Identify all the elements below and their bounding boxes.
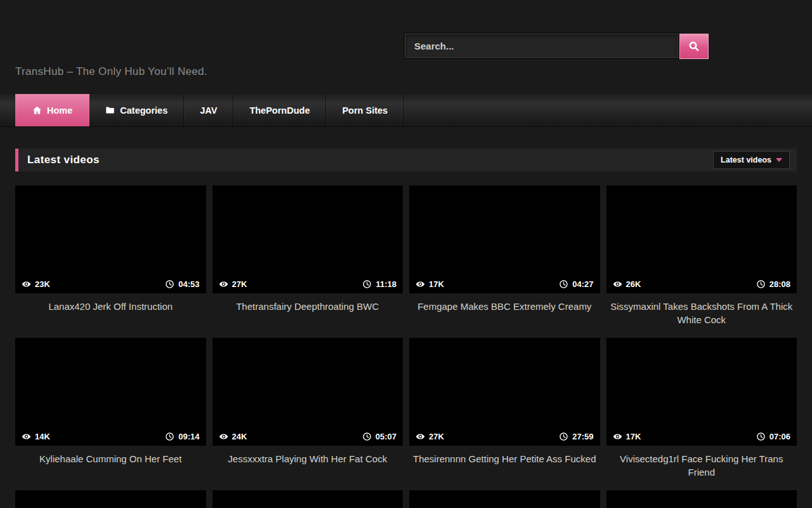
video-thumbnail: 27K 11:18 [213, 185, 403, 293]
duration-stat: 04:27 [559, 279, 593, 289]
video-title: Lanax420 Jerk Off Instruction [15, 293, 206, 313]
video-card[interactable] [409, 490, 600, 508]
duration-value: 04:27 [572, 279, 593, 289]
sort-dropdown-label: Latest videos [721, 156, 771, 164]
eye-icon [613, 432, 622, 441]
duration-value: 09:14 [178, 432, 199, 441]
video-card[interactable]: 27K 11:18 Thetransfairy Deepthroating BW… [213, 185, 403, 331]
views-stat: 23K [22, 279, 50, 289]
views-count: 17K [626, 432, 641, 441]
clock-icon [559, 432, 568, 441]
video-card[interactable] [606, 490, 797, 508]
video-title: Kyliehaale Cumming On Her Feet [15, 446, 206, 465]
duration-value: 27:59 [572, 432, 593, 441]
video-stats-bar: 24K 05:07 [213, 427, 403, 446]
main-navigation: Home Categories JAV ThePornDude Porn Sit… [0, 94, 812, 127]
video-thumbnail [15, 490, 206, 508]
duration-stat: 05:07 [362, 432, 396, 441]
clock-icon [165, 279, 174, 289]
video-card[interactable] [15, 490, 206, 508]
duration-stat: 04:53 [165, 279, 199, 289]
duration-value: 04:53 [178, 279, 199, 289]
video-title: Vivisectedg1rl Face Fucking Her Trans Fr… [606, 446, 797, 479]
duration-stat: 28:08 [756, 279, 790, 289]
folder-icon [105, 105, 115, 115]
video-thumbnail: 27K 27:59 [409, 338, 600, 446]
clock-icon [559, 279, 568, 289]
search-input[interactable] [405, 34, 678, 58]
nav-tab-categories[interactable]: Categories [89, 94, 184, 126]
nav-tab-home[interactable]: Home [15, 94, 89, 126]
latest-videos-section-header: Latest videos Latest videos [15, 149, 797, 171]
video-stats-bar: 17K 07:06 [606, 427, 797, 446]
views-count: 27K [232, 279, 247, 289]
video-thumbnail: 17K 07:06 [606, 338, 797, 446]
video-thumbnail [409, 490, 600, 508]
duration-value: 07:06 [769, 432, 790, 441]
video-title: Thetransfairy Deepthroating BWC [213, 293, 403, 313]
home-icon [32, 105, 42, 115]
views-stat: 14K [22, 432, 50, 441]
duration-stat: 11:18 [362, 279, 396, 289]
video-thumbnail: 24K 05:07 [213, 338, 403, 446]
nav-tab-label: Home [47, 105, 72, 116]
section-title: Latest videos [27, 154, 100, 166]
video-thumbnail: 17K 04:27 [409, 185, 600, 293]
search-box [405, 34, 709, 59]
video-card[interactable]: 24K 05:07 Jessxxxtra Playing With Her Fa… [213, 338, 403, 484]
video-title: Thesirennnn Getting Her Petite Ass Fucke… [409, 446, 600, 465]
eye-icon [22, 279, 31, 289]
search-button[interactable] [679, 34, 709, 59]
eye-icon [219, 279, 228, 289]
views-count: 14K [35, 432, 50, 441]
video-card[interactable] [213, 490, 403, 508]
duration-value: 05:07 [376, 432, 396, 441]
video-stats-bar: 23K 04:53 [15, 274, 206, 293]
video-card[interactable]: 23K 04:53 Lanax420 Jerk Off Instruction [15, 185, 206, 331]
nav-tab-label: Categories [120, 105, 167, 116]
eye-icon [613, 279, 622, 289]
magnifier-icon [688, 41, 700, 52]
video-card[interactable]: 14K 09:14 Kyliehaale Cumming On Her Feet [15, 338, 206, 484]
sort-dropdown-button[interactable]: Latest videos [713, 151, 790, 169]
views-count: 27K [429, 432, 444, 441]
nav-tab-porn-sites[interactable]: Porn Sites [326, 94, 404, 126]
video-stats-bar: 17K 04:27 [409, 274, 600, 293]
video-thumbnail: 23K 04:53 [15, 185, 206, 293]
nav-tab-jav[interactable]: JAV [184, 94, 233, 126]
nav-tab-label: ThePornDude [249, 105, 310, 116]
video-grid: 23K 04:53 Lanax420 Jerk Off Instruction [15, 185, 797, 508]
eye-icon [416, 279, 425, 289]
duration-value: 11:18 [376, 279, 396, 289]
clock-icon [362, 279, 372, 289]
video-stats-bar: 26K 28:08 [606, 274, 797, 293]
nav-tab-theporndude[interactable]: ThePornDude [233, 94, 326, 126]
clock-icon [362, 432, 372, 441]
main-content: Latest videos Latest videos 23K 04:53 [0, 149, 812, 508]
eye-icon [22, 432, 31, 441]
duration-stat: 27:59 [559, 432, 593, 441]
site-tagline: TransHub – The Only Hub You’ll Need. [15, 65, 207, 78]
video-title: Sissymaxinl Takes Backshots From A Thick… [606, 293, 797, 326]
eye-icon [219, 432, 228, 441]
video-title: Jessxxxtra Playing With Her Fat Cock [213, 446, 403, 465]
video-card[interactable]: 17K 07:06 Vivisectedg1rl Face Fucking He… [606, 338, 797, 484]
page-header: TransHub – The Only Hub You’ll Need. [0, 0, 812, 94]
video-stats-bar: 27K 27:59 [409, 427, 600, 446]
nav-tab-label: JAV [200, 105, 217, 116]
views-stat: 17K [416, 279, 444, 289]
views-stat: 27K [416, 432, 444, 441]
views-count: 23K [35, 279, 50, 289]
video-card[interactable]: 26K 28:08 Sissymaxinl Takes Backshots Fr… [606, 185, 797, 331]
video-thumbnail: 14K 09:14 [15, 338, 206, 446]
views-stat: 27K [219, 279, 247, 289]
video-title: Femgape Makes BBC Extremely Creamy [409, 293, 600, 313]
video-stats-bar: 14K 09:14 [15, 427, 206, 446]
video-card[interactable]: 27K 27:59 Thesirennnn Getting Her Petite… [409, 338, 600, 484]
duration-value: 28:08 [769, 279, 790, 289]
video-card[interactable]: 17K 04:27 Femgape Makes BBC Extremely Cr… [409, 185, 600, 331]
caret-down-icon [776, 158, 782, 162]
duration-stat: 07:06 [756, 432, 790, 441]
nav-tab-label: Porn Sites [342, 105, 388, 116]
views-count: 24K [232, 432, 247, 441]
